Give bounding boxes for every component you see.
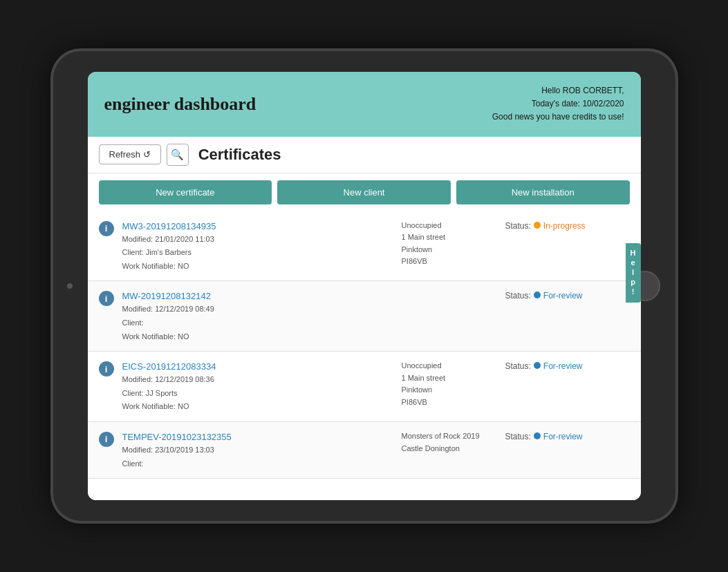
- status-label: Status:: [505, 361, 531, 371]
- action-bar: New certificate New client New installat…: [88, 173, 641, 211]
- info-icon[interactable]: i: [99, 361, 114, 376]
- status-value: For-review: [543, 432, 583, 441]
- search-button[interactable]: 🔍: [167, 144, 189, 166]
- refresh-label: Refresh ↺: [109, 149, 151, 160]
- cert-client: Client: Jim's Barbers: [122, 247, 395, 259]
- cert-status: Status: For-review: [505, 430, 630, 441]
- cert-modified: Modified: 12/12/2019 08:36: [122, 374, 395, 386]
- cert-details: TEMPEV-20191023132355 Modified: 23/10/20…: [122, 430, 395, 470]
- cert-details: MW3-20191208134935 Modified: 21/01/2020 …: [122, 220, 395, 273]
- location-street: 1 Main street: [402, 372, 498, 385]
- status-dot: [534, 222, 541, 229]
- location-name: Monsters of Rock 2019: [402, 430, 498, 443]
- cert-id-link[interactable]: EICS-20191212083334: [122, 361, 216, 372]
- date-text: Today's date: 10/02/2020: [492, 97, 624, 111]
- page-title: Certificates: [198, 146, 281, 164]
- status-value: In-progress: [543, 221, 586, 231]
- cert-status: Status: For-review: [505, 289, 630, 301]
- help-button[interactable]: Help!: [626, 243, 641, 303]
- info-icon[interactable]: i: [99, 432, 114, 447]
- status-label: Status:: [505, 221, 531, 231]
- help-tab-container: Help!: [626, 243, 641, 305]
- cert-id-link[interactable]: MW3-20191208134935: [122, 221, 216, 231]
- status-label: Status:: [505, 432, 531, 441]
- location-street: 1 Main street: [402, 231, 498, 244]
- cert-client: Client:: [122, 317, 395, 330]
- cert-details: EICS-20191212083334 Modified: 12/12/2019…: [122, 360, 395, 413]
- certificate-list: i MW3-20191208134935 Modified: 21/01/202…: [88, 211, 641, 500]
- location-postcode: PI86VB: [402, 256, 498, 268]
- greeting-text: Hello ROB CORBETT,: [492, 84, 624, 97]
- table-row: i MW-20191208132142 Modified: 12/12/2019…: [88, 281, 641, 352]
- app-header: engineer dashboard Hello ROB CORBETT, To…: [88, 72, 641, 137]
- cert-id-link[interactable]: MW-20191208132142: [122, 291, 211, 301]
- cert-details: MW-20191208132142 Modified: 12/12/2019 0…: [122, 289, 395, 343]
- location-name: Unoccupied: [402, 360, 498, 372]
- cert-location: Monsters of Rock 2019 Castle Donington: [395, 430, 505, 455]
- status-value: For-review: [543, 361, 583, 371]
- header-info: Hello ROB CORBETT, Today's date: 10/02/2…: [492, 84, 624, 124]
- cert-notifiable: Work Notifiable: NO: [122, 401, 395, 413]
- status-dot: [534, 292, 541, 298]
- cert-location: Unoccupied 1 Main street Pinktown PI86VB: [395, 360, 505, 408]
- info-icon[interactable]: i: [99, 221, 114, 236]
- cert-modified: Modified: 12/12/2019 08:49: [122, 303, 395, 316]
- cert-modified: Modified: 21/01/2020 11:03: [122, 233, 395, 246]
- new-certificate-button[interactable]: New certificate: [99, 180, 272, 204]
- table-row: i EICS-20191212083334 Modified: 12/12/20…: [88, 352, 641, 422]
- search-icon: 🔍: [171, 149, 184, 161]
- cert-status: Status: In-progress: [505, 220, 630, 231]
- status-label: Status:: [505, 291, 531, 301]
- location-town: Pinktown: [402, 384, 498, 397]
- status-dot: [534, 362, 541, 369]
- location-town: Pinktown: [402, 244, 498, 256]
- cert-modified: Modified: 23/10/2019 13:03: [122, 444, 395, 457]
- new-installation-button[interactable]: New installation: [456, 180, 630, 204]
- cert-notifiable: Work Notifiable: NO: [122, 260, 395, 273]
- new-client-button[interactable]: New client: [277, 180, 451, 204]
- location-street: Castle Donington: [402, 443, 498, 455]
- cert-location: Unoccupied 1 Main street Pinktown PI86VB: [395, 220, 505, 268]
- cert-id-link[interactable]: TEMPEV-20191023132355: [122, 432, 232, 442]
- location-name: Unoccupied: [402, 220, 498, 232]
- status-value: For-review: [543, 291, 583, 301]
- cert-notifiable: Work Notifiable: NO: [122, 331, 395, 343]
- toolbar: Refresh ↺ 🔍 Certificates: [88, 137, 641, 173]
- cert-status: Status: For-review: [505, 360, 630, 371]
- table-row: i TEMPEV-20191023132355 Modified: 23/10/…: [88, 422, 641, 479]
- refresh-button[interactable]: Refresh ↺: [99, 144, 161, 164]
- cert-client: Client: JJ Sports: [122, 388, 395, 400]
- info-icon[interactable]: i: [99, 291, 114, 306]
- status-dot: [534, 432, 541, 439]
- table-row: i MW3-20191208134935 Modified: 21/01/202…: [88, 211, 641, 282]
- cert-client: Client:: [122, 458, 395, 470]
- location-postcode: PI86VB: [402, 397, 498, 409]
- app-title: engineer dashboard: [104, 94, 256, 115]
- credits-text: Good news you have credits to use!: [492, 111, 624, 124]
